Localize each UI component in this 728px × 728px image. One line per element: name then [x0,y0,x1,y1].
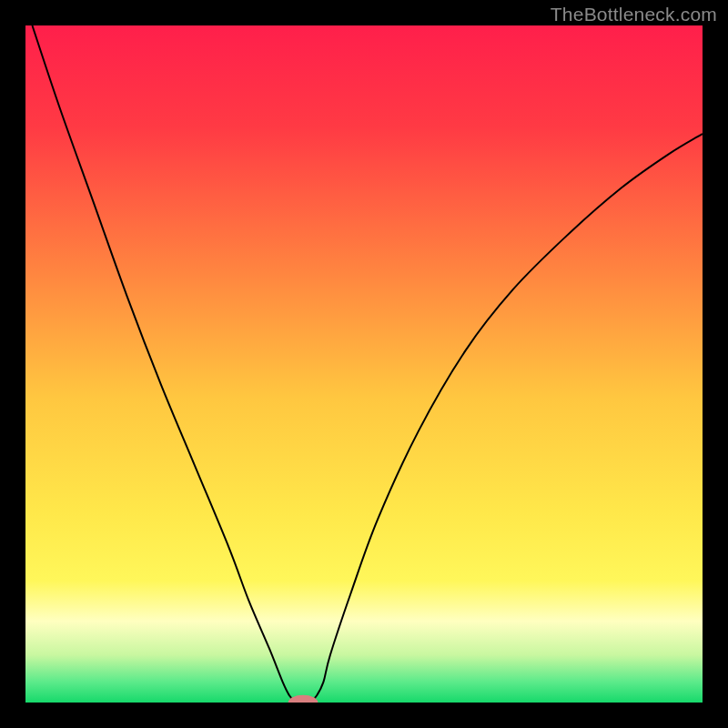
bottleneck-chart [25,25,703,703]
watermark-text: TheBottleneck.com [551,4,717,25]
outer-frame: TheBottleneck.com [0,0,728,728]
plot-area [25,25,703,703]
gradient-background [25,25,703,703]
